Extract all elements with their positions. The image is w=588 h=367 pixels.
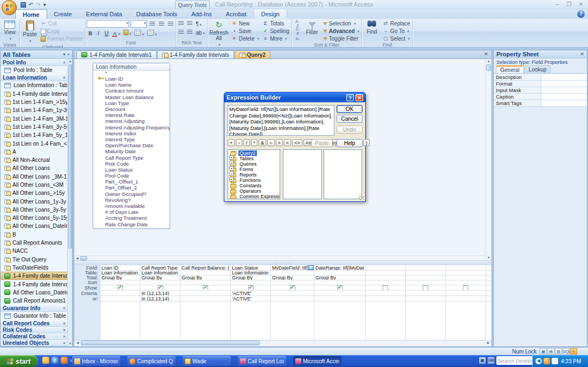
show-checkbox[interactable] [463,285,468,291]
field-cell[interactable]: ▼ [446,265,486,271]
field-list-item[interactable]: Pool Code [93,173,170,179]
internet-explorer-icon[interactable]: e [51,357,59,364]
nav-group-header[interactable]: Guarantor Info « [1,305,67,312]
nav-item[interactable]: All Other Loans_>15y [1,189,67,197]
ribbon-tab[interactable]: Create [47,9,79,19]
ribbon-tab[interactable]: Add-Ins [184,9,219,19]
criteria-cell[interactable] [486,291,492,296]
tray-collapse-icon[interactable]: ◀ [535,358,542,364]
nav-item[interactable]: Pool Info : Table [1,66,67,74]
sort-cell[interactable] [406,280,445,285]
empty-cell[interactable] [231,302,270,340]
total-cell[interactable]: Group By [140,276,180,280]
ok-button[interactable]: OK [337,105,363,113]
close-button[interactable]: ✕ [577,1,585,7]
datasheet-view-icon[interactable]: ▦ [540,348,547,355]
clear-sorts-button[interactable]: A↕ [293,35,302,42]
nav-item[interactable]: All Other Loans_1y-3y [1,197,67,205]
or-cell[interactable]: In (12,13,14) [140,296,180,302]
field-list-star[interactable]: * [93,71,170,76]
document-tab[interactable]: 1-4 Family date Intervals [157,50,234,58]
cancel-button[interactable]: Cancel [337,115,363,123]
tree-item[interactable]: Functions [229,178,279,183]
document-tab[interactable]: Query2 [235,50,270,58]
nav-item[interactable]: 1st Lien on 1-4 Fam_<3M [1,139,67,147]
property-value-field[interactable] [541,87,587,93]
table-cell[interactable] [271,271,314,276]
cut-button[interactable]: ✂Cut [40,20,84,27]
field-list-item[interactable]: Owner Occupied? [93,191,170,197]
font-size-combo[interactable] [131,20,147,28]
fill-color-button[interactable] [146,29,158,36]
empty-cell[interactable] [486,302,492,340]
bold-button[interactable]: B [87,29,94,36]
nav-group-header[interactable]: Collateral Codes « [1,333,67,340]
deskbar-options-icon[interactable]: ▣ [479,357,486,364]
operator-button[interactable]: = [267,139,274,146]
decrease-indent-button[interactable] [177,20,185,27]
undo-button[interactable]: Undo [337,126,363,134]
total-cell[interactable]: Group By [271,276,314,280]
dialog-help-icon[interactable]: ? [346,94,354,101]
show-checkbox[interactable] [383,285,388,291]
taskbar-button[interactable]: Call Report Loan File ... [238,356,286,366]
nav-group-header[interactable]: Pool Info « [1,59,67,66]
scroll-right-icon[interactable]: ▶ [486,340,491,345]
or-cell[interactable] [314,296,365,302]
empty-cell[interactable] [180,302,230,340]
field-list-item[interactable]: Interest Rate [93,112,170,118]
scroll-up-icon[interactable]: ▲ [68,59,72,64]
text-options-button[interactable]: ab [195,29,206,36]
sort-ascending-button[interactable]: A↓Z [293,20,302,27]
nav-scrollbar[interactable]: ▲ ▼ [67,59,72,346]
field-list-item[interactable]: # of Days Late [93,209,170,215]
totals-button[interactable]: ΣTotals [261,20,290,27]
field-list-item[interactable]: Call Report Type [93,154,170,160]
sort-descending-button[interactable]: Z↓A [293,28,302,35]
select-button[interactable]: ▢Select [382,35,411,42]
diagram-horizontal-scrollbar[interactable]: ◀ [74,255,485,260]
restore-button[interactable]: ❐ [565,1,573,7]
property-sheet-close-icon[interactable]: ✕ [580,51,584,57]
nav-item[interactable]: NACC [1,247,67,255]
empty-cell[interactable] [100,302,140,340]
sort-cell[interactable] [486,280,492,285]
field-cell[interactable]: Call Report Type▼ [140,265,180,271]
table-cell[interactable]: Loan Information [140,271,180,276]
scroll-thumb[interactable] [81,340,260,345]
criteria-cell[interactable] [366,291,405,296]
nav-item[interactable]: Guarantor Info : Table [1,312,67,320]
empty-cell[interactable] [271,302,314,340]
property-value-field[interactable] [541,100,587,106]
field-cell[interactable]: MyDateField: IIf(N:▼ [271,265,314,271]
sort-cell[interactable] [100,280,140,285]
find-button[interactable]: Find [363,20,380,35]
italic-button[interactable]: I [95,29,102,36]
new-record-button[interactable]: ✱New [230,20,260,27]
operator-button[interactable]: < [284,139,291,146]
minimize-button[interactable]: – [553,1,561,7]
sql-view-icon[interactable]: SQL [563,348,570,355]
field-list-item[interactable]: Accting Treatment [93,215,170,221]
field-list-item[interactable]: Master Loan Balance [93,94,170,100]
sort-cell[interactable] [180,280,230,285]
nav-item[interactable]: Tie Out Query [1,255,67,264]
nav-item[interactable]: All Other Loans_<3M [1,181,67,189]
dropdown-arrow-icon[interactable]: ▼ [308,265,314,270]
nav-item[interactable]: 1-4 Family date Intervals1 [1,280,67,288]
view-button[interactable]: View [1,20,18,42]
ribbon-tab[interactable]: Design [254,9,287,19]
nav-item[interactable]: 1-4 Family date Intervals [1,90,67,98]
empty-cell[interactable] [366,302,405,340]
help-icon[interactable]: ? [577,10,585,18]
field-list-item[interactable]: Risk Code [93,161,170,167]
align-right-button[interactable] [167,21,175,28]
align-left-button[interactable] [148,21,156,28]
tree-item[interactable]: Tables [229,156,279,161]
show-checkbox[interactable] [118,285,123,291]
more-button[interactable]: ≡More [261,35,290,42]
nav-item[interactable]: A [1,148,67,156]
nav-group-header[interactable]: Loan Information « [1,74,67,81]
table-cell[interactable] [406,271,445,276]
empty-cell[interactable] [406,302,445,340]
